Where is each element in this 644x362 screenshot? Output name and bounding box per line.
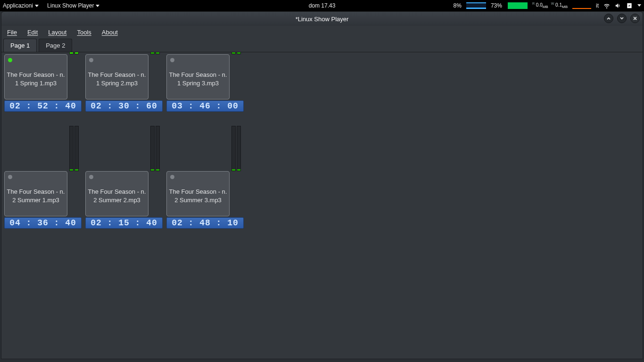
cue-time: 02 : 15 : 40 bbox=[85, 217, 163, 229]
vu-channel bbox=[156, 126, 160, 171]
cue-button[interactable]: The Four Season - n.1 Spring 2.mp3 bbox=[85, 54, 149, 99]
menu-file[interactable]: File bbox=[7, 29, 17, 36]
applications-menu[interactable]: Applicazioni bbox=[3, 2, 39, 9]
cue-time: 03 : 46 : 00 bbox=[166, 100, 244, 112]
vu-channel bbox=[69, 52, 74, 54]
active-app-menu[interactable]: Linux Show Player bbox=[47, 2, 99, 9]
cue-cell: The Four Season - n.2 Summer 1.mp304 : 3… bbox=[4, 171, 82, 229]
vu-meter bbox=[69, 52, 81, 54]
chevron-down-icon bbox=[35, 5, 39, 7]
vu-channel bbox=[231, 52, 236, 54]
vu-channel bbox=[156, 52, 160, 54]
window-title: *Linux Show Player bbox=[296, 16, 349, 23]
panel-clock[interactable]: dom 17.43 bbox=[309, 2, 336, 9]
active-app-label: Linux Show Player bbox=[47, 2, 94, 9]
cue-button[interactable]: The Four Season - n.2 Summer 1.mp3 bbox=[4, 171, 67, 216]
applications-label: Applicazioni bbox=[3, 2, 33, 9]
cue-cell: The Four Season - n.2 Summer 2.mp302 : 1… bbox=[85, 171, 163, 229]
minimize-button[interactable] bbox=[604, 14, 613, 23]
network-indicator: R 0.0MB W 0.1MB bbox=[532, 1, 568, 9]
cue-label: The Four Season - n.1 Spring 2.mp3 bbox=[86, 71, 148, 88]
status-dot-icon bbox=[8, 175, 12, 179]
cue-cell: The Four Season - n.1 Spring 1.mp302 : 5… bbox=[4, 54, 82, 112]
tab-page-1[interactable]: Page 1 bbox=[3, 39, 37, 52]
vu-meter bbox=[231, 126, 243, 171]
vu-meter bbox=[150, 126, 162, 171]
tabstrip: Page 1 Page 2 bbox=[1, 38, 643, 52]
menu-about[interactable]: About bbox=[102, 29, 118, 36]
vu-meter bbox=[69, 126, 81, 171]
close-button[interactable] bbox=[630, 14, 640, 23]
vu-channel bbox=[150, 126, 155, 171]
cue-stage[interactable]: The Four Season - n.1 Spring 1.mp302 : 5… bbox=[1, 52, 643, 359]
cue-time: 02 : 30 : 60 bbox=[85, 100, 163, 112]
menubar: File Edit Layout Tools About bbox=[1, 26, 643, 38]
vu-channel bbox=[69, 126, 74, 171]
status-dot-icon bbox=[89, 58, 93, 62]
cue-cell: The Four Season - n.1 Spring 2.mp302 : 3… bbox=[85, 54, 163, 112]
volume-icon[interactable] bbox=[615, 2, 621, 9]
menu-tools[interactable]: Tools bbox=[77, 29, 91, 36]
cue-cell: The Four Season - n.1 Spring 3.mp303 : 4… bbox=[166, 54, 244, 112]
menu-layout[interactable]: Layout bbox=[48, 29, 66, 36]
cue-button[interactable]: The Four Season - n.1 Spring 1.mp3 bbox=[4, 54, 67, 99]
cue-time: 04 : 36 : 40 bbox=[4, 217, 82, 229]
status-dot-icon bbox=[8, 58, 12, 62]
network-graph bbox=[572, 2, 591, 9]
cpu-meter bbox=[466, 2, 486, 9]
vu-meter bbox=[231, 52, 243, 54]
cue-time: 02 : 52 : 40 bbox=[4, 100, 82, 112]
status-dot-icon bbox=[170, 175, 174, 179]
status-dot-icon bbox=[170, 58, 174, 62]
vu-channel bbox=[74, 126, 79, 171]
vu-meter bbox=[150, 52, 162, 54]
maximize-button[interactable] bbox=[617, 14, 627, 23]
app-window: *Linux Show Player File Edit Layout Tool… bbox=[1, 11, 643, 359]
memory-meter bbox=[508, 2, 528, 9]
cpu-percent: 8% bbox=[454, 2, 462, 9]
menu-edit[interactable]: Edit bbox=[27, 29, 38, 36]
cue-label: The Four Season - n.2 Summer 2.mp3 bbox=[86, 188, 148, 205]
vu-channel bbox=[150, 52, 155, 54]
vu-channel bbox=[237, 126, 241, 171]
cue-button[interactable]: The Four Season - n.2 Summer 3.mp3 bbox=[166, 171, 230, 216]
vu-channel bbox=[231, 126, 236, 171]
tab-page-2[interactable]: Page 2 bbox=[39, 39, 72, 52]
status-dot-icon bbox=[89, 175, 93, 179]
cue-time: 02 : 48 : 10 bbox=[166, 217, 244, 229]
wifi-icon[interactable] bbox=[603, 2, 610, 9]
updates-icon[interactable] bbox=[626, 2, 633, 9]
cue-label: The Four Season - n.1 Spring 3.mp3 bbox=[167, 71, 229, 88]
cue-cell: The Four Season - n.2 Summer 3.mp302 : 4… bbox=[166, 171, 244, 229]
cue-label: The Four Season - n.1 Spring 1.mp3 bbox=[5, 71, 67, 88]
mem-percent: 73% bbox=[491, 2, 502, 9]
system-panel: Applicazioni Linux Show Player dom 17.43… bbox=[0, 0, 644, 11]
system-menu-icon[interactable] bbox=[637, 4, 641, 7]
keyboard-layout[interactable]: it bbox=[596, 2, 599, 9]
cue-button[interactable]: The Four Season - n.1 Spring 3.mp3 bbox=[166, 54, 230, 99]
chevron-down-icon bbox=[96, 5, 99, 7]
cue-label: The Four Season - n.2 Summer 3.mp3 bbox=[167, 188, 229, 205]
cue-label: The Four Season - n.2 Summer 1.mp3 bbox=[5, 188, 67, 205]
vu-channel bbox=[74, 52, 79, 54]
titlebar[interactable]: *Linux Show Player bbox=[1, 12, 643, 26]
cue-button[interactable]: The Four Season - n.2 Summer 2.mp3 bbox=[85, 171, 149, 216]
vu-channel bbox=[237, 52, 241, 54]
